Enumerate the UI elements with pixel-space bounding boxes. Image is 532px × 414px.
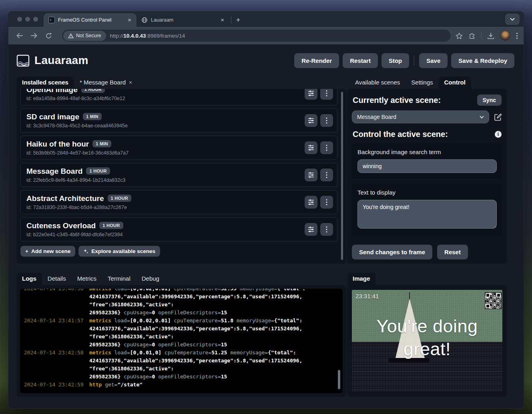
tab-control[interactable]: Control — [439, 76, 471, 89]
warning-icon — [68, 33, 74, 38]
sliders-icon — [308, 145, 314, 151]
scene-select[interactable]: Message Board — [352, 111, 489, 123]
image-preview-panel: 23:31:41 You're doing great! — [347, 285, 507, 397]
terminal-favicon-icon: > — [48, 17, 55, 23]
back-button[interactable] — [14, 30, 25, 41]
browser-tabstrip: > FrameOS Control Panel × Lauaraam × + — [8, 12, 524, 27]
new-tab-button[interactable]: + — [233, 15, 243, 25]
scene-settings-button[interactable] — [305, 141, 317, 154]
browser-tab-frameos[interactable]: > FrameOS Control Panel × — [44, 13, 137, 27]
forward-button[interactable] — [28, 30, 40, 41]
url-bar[interactable]: Not Secure http://10.4.0.43:8989/frames/… — [62, 30, 451, 42]
info-icon[interactable]: i — [495, 131, 502, 138]
scene-menu-button[interactable] — [320, 141, 333, 154]
scene-menu-button[interactable] — [320, 196, 333, 209]
scene-title: Cuteness Overload — [26, 221, 96, 230]
save-button[interactable]: Save — [419, 53, 448, 68]
text-to-display-textarea[interactable]: You're doing great! — [357, 200, 497, 229]
scene-settings-button[interactable] — [305, 89, 317, 100]
qr-finder — [486, 304, 490, 308]
scene-card[interactable]: Haiku of the hour1 MIN id: 5b3b9b05-2848… — [20, 136, 337, 160]
scene-card[interactable]: Abstract Architecture1 HOUR id: 72a31830… — [20, 190, 337, 214]
download-icon[interactable] — [487, 32, 494, 39]
browser-tab-lauaraam[interactable]: Lauaraam × — [137, 13, 229, 27]
browser-menu-kebab-icon[interactable] — [516, 32, 518, 39]
sliders-icon — [308, 199, 314, 205]
tab-details[interactable]: Details — [42, 273, 72, 285]
scene-card[interactable]: SD card image1 MIN id: 3c3c9478-083a-45c… — [20, 109, 337, 133]
security-badge-label: Not Secure — [76, 33, 101, 38]
frame-preview-image[interactable]: 23:31:41 You're doing great! — [352, 290, 502, 391]
globe-favicon-icon — [141, 17, 148, 23]
tab-metrics[interactable]: Metrics — [72, 273, 102, 285]
close-editor-tab-icon[interactable]: × — [129, 79, 132, 86]
bookmark-star-icon[interactable] — [456, 32, 463, 39]
background-search-input[interactable] — [357, 159, 497, 173]
interval-badge: 1 HOUR — [81, 89, 105, 93]
extensions-puzzle-icon[interactable] — [468, 32, 476, 39]
interval-badge: 1 HOUR — [108, 195, 131, 202]
profile-avatar[interactable] — [500, 30, 510, 41]
image-tabs: Image — [347, 272, 375, 285]
kebab-icon — [326, 172, 327, 178]
scene-card[interactable]: Cuteness Overload1 HOUR id: b22e0e41-c34… — [20, 217, 337, 241]
scene-menu-button[interactable] — [320, 169, 333, 181]
sparkles-icon — [83, 249, 88, 254]
scene-menu-button[interactable] — [320, 223, 333, 236]
scene-settings-button[interactable] — [305, 169, 317, 181]
restart-button[interactable]: Restart — [343, 53, 378, 68]
qr-code — [485, 293, 501, 309]
browser-window: > FrameOS Control Panel × Lauaraam × + — [8, 11, 524, 409]
explore-scenes-button[interactable]: Explore available scenes — [78, 246, 160, 257]
close-window-button[interactable] — [17, 17, 22, 22]
reload-button[interactable] — [43, 30, 54, 41]
button-divider — [414, 55, 414, 66]
window-controls[interactable] — [8, 12, 44, 27]
close-tab-icon[interactable]: × — [219, 17, 225, 23]
maximize-window-button[interactable] — [33, 17, 38, 22]
scene-menu-button[interactable] — [320, 89, 333, 100]
re-render-button[interactable]: Re-Render — [294, 53, 339, 68]
scenes-tabs: Installed scenes * Message Board × — [16, 76, 138, 89]
scene-card[interactable]: OpenAI image1 HOUR id: e8a1458a-8994-49a… — [20, 89, 337, 105]
sync-button[interactable]: Sync — [477, 94, 502, 106]
tab-terminal[interactable]: Terminal — [102, 273, 136, 285]
minimize-window-button[interactable] — [25, 17, 30, 22]
log-scrollbar[interactable] — [338, 370, 340, 389]
tab-available-scenes[interactable]: Available scenes — [349, 76, 406, 89]
stop-button[interactable]: Stop — [381, 53, 409, 68]
tab-message-board-editor[interactable]: * Message Board × — [74, 76, 138, 89]
scene-id: id: 72a31830-233f-4bac-b5d4-a288a27c267e — [26, 205, 331, 210]
scene-card[interactable]: Message Board1 HOUR id: 22feb5c9-8ef6-4a… — [20, 163, 337, 187]
tab-debug[interactable]: Debug — [136, 273, 165, 285]
send-changes-button[interactable]: Send changes to frame — [352, 245, 432, 259]
tab-settings[interactable]: Settings — [406, 76, 438, 89]
tab-installed-scenes[interactable]: Installed scenes — [16, 76, 74, 89]
add-new-scene-button[interactable]: +Add new scene — [20, 246, 75, 257]
tab-image[interactable]: Image — [347, 273, 375, 285]
edit-scene-icon[interactable] — [494, 113, 502, 121]
scene-title: SD card image — [26, 113, 79, 121]
scene-id: id: b22e0e41-c345-4b6f-9fdd-dfc6e7ef2394 — [26, 232, 331, 237]
scene-settings-button[interactable] — [305, 223, 317, 236]
interval-badge: 1 MIN — [83, 113, 102, 120]
tab-logs[interactable]: Logs — [16, 273, 42, 285]
close-tab-icon[interactable]: × — [126, 17, 132, 23]
tab-search-button[interactable] — [505, 14, 520, 25]
sliders-icon — [308, 117, 314, 124]
scene-settings-button[interactable] — [305, 196, 317, 209]
tab-separator — [231, 16, 231, 24]
scenes-scrollbar[interactable] — [341, 92, 343, 260]
security-badge[interactable]: Not Secure — [63, 31, 106, 41]
save-redeploy-button[interactable]: Save & Redeploy — [451, 53, 514, 68]
scene-title: OpenAI image — [26, 89, 78, 94]
scene-title: Haiku of the hour — [26, 140, 89, 148]
field-label: Text to display — [357, 189, 497, 196]
logs-panel: 2024-07-14 23:40:56metrics load=[0,0.02,… — [16, 285, 346, 397]
scene-settings-button[interactable] — [305, 114, 317, 127]
plus-icon: + — [25, 248, 28, 254]
scene-menu-button[interactable] — [320, 114, 333, 127]
reset-button[interactable]: Reset — [437, 245, 468, 259]
log-output[interactable]: 2024-07-14 23:40:56metrics load=[0,0.02,… — [20, 289, 343, 393]
kebab-icon — [326, 117, 327, 124]
